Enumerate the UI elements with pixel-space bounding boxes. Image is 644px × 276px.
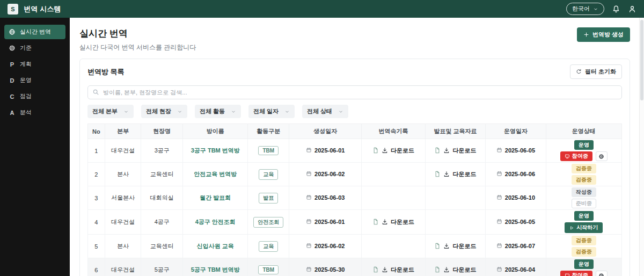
sidebar-item-inspection[interactable]: C점검 [4,89,65,104]
cell-op-date: 2025-06-05 [486,210,546,235]
sidebar-item-realtime-translation[interactable]: 실시간 번역 [4,25,65,39]
page-title-block: 실시간 번역 실시간 다국어 번역 서비스를 관리합니다 [79,27,196,52]
filter-select-1[interactable]: 전체 현장 [141,105,187,118]
app-title: 번역 시스템 [24,4,61,14]
cell-hq: 본사 [105,235,141,258]
room-link[interactable]: 안전교육 번역방 [194,171,237,177]
sidebar-item-operation[interactable]: D운영 [4,73,65,88]
chevron-down-icon [123,109,129,114]
cell-room: 신입사원 교육 [183,235,248,258]
cell-materials: 다운로드 [425,163,485,186]
activity-badge: TBM [258,146,279,155]
download-icon [443,147,450,154]
date-value: 2025-06-07 [496,243,535,249]
activity-badge: 교육 [259,169,278,180]
room-list-panel: 번역방 목록 필터 초기화 전체 본부전체 현장전체 활동전체 일자전체 상태 … [79,59,630,276]
room-link[interactable]: 3공구 TBM 번역방 [191,147,240,154]
status-stack: 운영시작하기 [548,211,620,233]
sidebar-item-label: 운영 [20,76,32,84]
join-label: 참여중 [572,152,588,160]
room-link[interactable]: 신입사원 교육 [197,243,234,249]
column-header: No [88,124,105,139]
cell-no: 4 [88,210,105,235]
join-button[interactable]: 참여중 [560,151,592,161]
column-header: 방이름 [183,124,248,139]
settings-button[interactable] [596,151,608,161]
download-button[interactable]: 다운로드 [372,218,414,226]
settings-button[interactable] [596,271,608,276]
calendar-icon [306,243,312,249]
cell-materials [425,210,485,235]
search-input[interactable] [87,85,622,99]
cell-status: 작성중준비중 [546,186,621,210]
date-value: 2025-06-10 [496,194,535,201]
filter-reset-button[interactable]: 필터 초기화 [570,64,622,79]
start-button[interactable]: 시작하기 [565,222,603,233]
sidebar-item-analysis[interactable]: A분석 [4,105,65,120]
sidebar: 실시간 번역기준P계획D운영C점검A분석 [0,18,70,276]
chevron-down-icon [177,109,182,114]
sidebar-item-plan[interactable]: P계획 [4,57,65,71]
bell-icon[interactable] [612,5,620,13]
join-button[interactable]: 참여중 [560,271,592,276]
download-icon [443,171,450,177]
cell-created: 2025-06-01 [289,210,362,235]
cell-op-date: 2025-06-06 [486,163,546,186]
activity-badge: TBM [258,265,279,274]
cell-no: 3 [88,186,105,210]
date-value: 2025-06-05 [496,219,535,225]
cell-op-date: 2025-06-07 [486,235,546,258]
join-label: 참여중 [572,272,588,276]
download-button[interactable]: 다운로드 [434,170,476,178]
page-scrollbar[interactable] [639,18,644,276]
column-header: 현장명 [141,124,183,139]
scrollbar-thumb[interactable] [640,20,643,100]
calendar-icon [496,171,502,177]
create-room-button[interactable]: 번역방 생성 [577,27,630,42]
room-link[interactable]: 4공구 안전조회 [195,219,236,225]
table-row: 1대우건설3공구3공구 TBM 번역방TBM2025-06-01다운로드다운로드… [88,139,622,163]
search-icon [92,89,99,96]
page-header: 실시간 번역 실시간 다국어 번역 서비스를 관리합니다 번역방 생성 [79,27,630,52]
sidebar-item-label: 기준 [20,44,32,52]
column-header: 운영상태 [546,124,621,139]
cell-activity: TBM [248,139,289,163]
download-button[interactable]: 다운로드 [372,266,414,274]
filter-row: 전체 본부전체 현장전체 활동전체 일자전체 상태 [87,105,622,118]
download-button[interactable]: 다운로드 [434,242,476,250]
date-text: 2025-06-10 [505,194,535,201]
monitor-icon [565,273,570,276]
sidebar-item-standard[interactable]: 기준 [4,41,65,55]
status-badge: 작성중 [572,187,596,197]
column-header: 생성일자 [289,124,362,139]
filter-select-2[interactable]: 전체 활동 [195,105,241,118]
date-text: 2025-06-01 [314,147,345,154]
download-button[interactable]: 다운로드 [434,147,476,155]
language-selector[interactable]: 한국어 [566,3,604,15]
cell-room: 4공구 안전조회 [183,210,248,235]
cell-transcript: 다운로드 [362,258,425,276]
cell-activity: 안전조회 [248,210,289,235]
filter-reset-label: 필터 초기화 [585,68,616,76]
document-icon [434,243,441,249]
cell-status: 운영시작하기 [546,210,621,235]
room-link[interactable]: 5공구 TBM 번역방 [191,266,240,273]
date-text: 2025-06-07 [505,243,535,249]
page-title: 실시간 번역 [79,27,196,40]
filter-select-0[interactable]: 전체 본부 [87,105,134,118]
download-button[interactable]: 다운로드 [372,147,414,155]
gear-icon [9,45,16,52]
user-icon[interactable] [628,5,636,13]
cell-site: 5공구 [141,258,183,276]
filter-select-4[interactable]: 전체 상태 [302,105,348,118]
filter-select-3[interactable]: 전체 일자 [248,105,295,118]
refresh-icon [576,69,582,75]
cell-site: 4공구 [141,210,183,235]
cell-materials: 다운로드 [425,235,485,258]
download-button[interactable]: 다운로드 [434,266,476,274]
room-link[interactable]: 월간 발표회 [200,194,231,201]
download-label: 다운로드 [452,170,476,178]
calendar-icon [306,194,312,200]
activity-badge: 발표 [259,193,278,204]
cell-room: 월간 발표회 [183,186,248,210]
